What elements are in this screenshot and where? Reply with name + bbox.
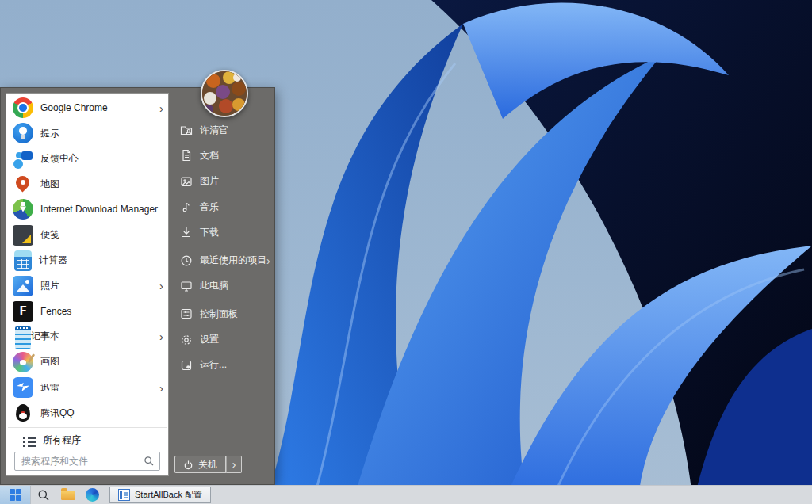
feedback-hub-icon (13, 148, 33, 169)
shutdown-button[interactable]: 关机 (174, 456, 226, 473)
menu-item-settings[interactable]: 设置 (169, 326, 274, 352)
menu-item-fences[interactable]: Fences (6, 299, 168, 324)
pinned-programs-list: Google Chrome 提示 反馈中心 地图 Internet (6, 95, 168, 450)
magnifier-icon[interactable] (144, 456, 155, 467)
start-menu-right-panel: 许清官 文档 图片 (169, 88, 274, 484)
menu-item-thunder[interactable]: 迅雷 (6, 375, 168, 400)
notepad-icon (15, 326, 31, 349)
shutdown-options-arrow[interactable] (226, 456, 242, 473)
wallpaper-bloom-image (265, 0, 812, 504)
menu-separator (178, 246, 265, 246)
menu-separator (178, 300, 265, 300)
avatar-leaves-photo (202, 71, 247, 116)
submenu-arrow-icon (159, 280, 163, 292)
menu-item-all-programs[interactable]: 所有程序 (6, 430, 168, 450)
menu-item-label: Google Chrome (40, 102, 108, 113)
menu-item-label: 此电脑 (200, 279, 228, 292)
menu-item-this-pc[interactable]: 此电脑 (169, 273, 274, 299)
menu-item-label: 地图 (40, 178, 59, 191)
photos-icon (13, 276, 33, 296)
taskbar-edge-button[interactable] (80, 486, 105, 504)
menu-item-label: 文档 (200, 149, 219, 162)
shutdown-label: 关机 (198, 458, 217, 472)
menu-item-label: 便笺 (40, 228, 59, 242)
windows-logo-icon (10, 489, 21, 501)
menu-item-sticky-notes[interactable]: 便笺 (6, 222, 168, 247)
edge-icon (86, 488, 99, 502)
menu-item-label: 许清官 (200, 124, 228, 137)
menu-item-downloads[interactable]: 下载 (169, 220, 274, 245)
menu-item-maps[interactable]: 地图 (6, 171, 168, 197)
file-explorer-icon (61, 491, 75, 500)
menu-item-tencent-qq[interactable]: 腾讯QQ (6, 400, 168, 426)
desktop: Google Chrome 提示 反馈中心 地图 Internet (0, 0, 812, 504)
menu-item-user-folder[interactable]: 许清官 (169, 117, 274, 143)
download-icon (180, 226, 193, 239)
menu-item-label: 反馈中心 (40, 152, 79, 166)
submenu-arrow-icon (159, 102, 163, 114)
thunder-icon (13, 377, 33, 398)
menu-item-label: 设置 (200, 333, 219, 346)
menu-item-documents[interactable]: 文档 (169, 143, 274, 168)
sticky-notes-icon (13, 225, 33, 246)
calculator-icon (14, 250, 32, 271)
computer-icon (180, 280, 193, 292)
menu-item-notepad[interactable]: 记事本 (6, 324, 168, 349)
menu-item-idm[interactable]: Internet Download Manager (6, 197, 168, 222)
menu-item-label: 腾讯QQ (40, 407, 75, 420)
start-menu-left-panel: Google Chrome 提示 反馈中心 地图 Internet (6, 93, 169, 476)
menu-item-label: 迅雷 (40, 381, 59, 395)
menu-item-label: 计算器 (39, 254, 67, 267)
menu-item-google-chrome[interactable]: Google Chrome (6, 95, 168, 120)
menu-item-label: 照片 (40, 279, 59, 292)
search-box[interactable] (14, 452, 160, 471)
document-icon (180, 149, 193, 162)
menu-item-music[interactable]: 音乐 (169, 194, 274, 220)
menu-item-control-panel[interactable]: 控制面板 (169, 301, 274, 326)
menu-item-tips[interactable]: 提示 (6, 120, 168, 146)
menu-item-label: 所有程序 (43, 433, 81, 447)
menu-item-label: 记事本 (31, 330, 59, 343)
menu-item-pictures[interactable]: 图片 (169, 169, 274, 194)
submenu-arrow-icon (159, 382, 163, 394)
menu-item-paint[interactable]: 画图 (6, 349, 168, 375)
maps-icon (13, 174, 33, 194)
user-folder-icon (180, 124, 193, 136)
clock-icon (180, 254, 193, 267)
power-icon (183, 460, 193, 470)
menu-item-label: 下载 (200, 226, 219, 239)
taskbar: StartAllBack 配置 (0, 485, 812, 504)
menu-item-run[interactable]: 运行... (169, 353, 274, 378)
taskbar-search-button[interactable] (31, 486, 56, 504)
start-button[interactable] (0, 486, 31, 504)
tips-icon (13, 123, 33, 143)
user-places-list: 许清官 文档 图片 (169, 117, 274, 378)
paint-icon (13, 352, 33, 372)
search-icon (37, 489, 50, 502)
menu-item-label: Fences (40, 306, 71, 317)
google-chrome-icon (13, 97, 33, 118)
search-input[interactable] (20, 455, 144, 468)
qq-icon (13, 403, 33, 423)
idm-icon (13, 199, 33, 220)
menu-item-label: 音乐 (200, 200, 219, 214)
menu-item-label: 控制面板 (200, 307, 238, 321)
menu-item-label: 图片 (200, 174, 219, 188)
fences-icon (13, 301, 33, 322)
user-avatar[interactable] (201, 70, 248, 117)
startallback-icon (118, 489, 130, 501)
all-programs-icon (23, 437, 36, 448)
taskbar-active-task-startallback[interactable]: StartAllBack 配置 (109, 487, 211, 503)
menu-item-label: 运行... (200, 358, 227, 372)
menu-item-label: Internet Download Manager (40, 204, 158, 215)
menu-item-feedback-hub[interactable]: 反馈中心 (6, 146, 168, 171)
menu-item-label: 提示 (40, 127, 59, 140)
taskbar-file-explorer-button[interactable] (56, 486, 80, 504)
shutdown-split-button: 关机 (174, 456, 242, 473)
run-icon (180, 359, 193, 372)
menu-separator (8, 427, 167, 428)
menu-item-calculator[interactable]: 计算器 (6, 248, 168, 273)
menu-item-recent-items[interactable]: 最近使用的项目 (169, 247, 274, 273)
menu-item-photos[interactable]: 照片 (6, 273, 168, 299)
menu-item-label: 画图 (40, 355, 59, 368)
